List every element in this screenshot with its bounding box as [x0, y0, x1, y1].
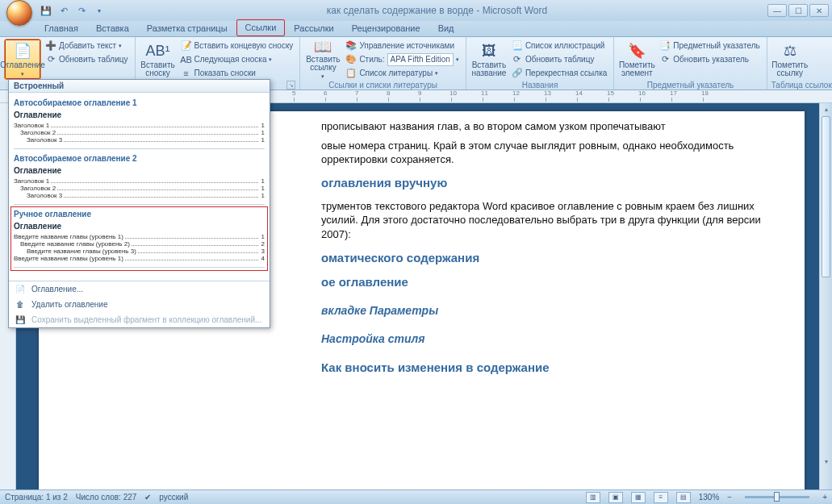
toc-remove-menu-item[interactable]: 🗑Удалить оглавление: [9, 297, 270, 312]
update-icon: ⟳: [45, 54, 56, 65]
mark-cite-icon: ⚖: [780, 42, 800, 60]
gallery-title: Автособираемое оглавление 1: [14, 98, 265, 107]
toc-button-label: Оглавление: [0, 61, 45, 69]
qat-dropdown-icon[interactable]: ▾: [92, 3, 107, 18]
doc-heading: Как вносить изменения в содержание: [321, 360, 764, 376]
view-web-button[interactable]: ▦: [631, 492, 646, 503]
toc-gallery-manual[interactable]: Ручное оглавление Оглавление Введите наз…: [14, 210, 265, 268]
tab-Рецензирование[interactable]: Рецензирование: [343, 20, 429, 36]
citation-icon: 📖: [313, 40, 332, 54]
tab-Главная[interactable]: Главная: [36, 20, 87, 36]
preview-title: Оглавление: [14, 222, 265, 231]
crossref-icon: 🔗: [512, 68, 523, 79]
status-zoom[interactable]: 130%: [699, 493, 720, 502]
save-icon[interactable]: 💾: [39, 3, 53, 18]
tab-Вид[interactable]: Вид: [429, 20, 463, 36]
doc-subheading: вкладке Параметры: [321, 303, 764, 319]
caption-icon: 🖼: [479, 42, 499, 60]
update-icon: ⟳: [659, 54, 671, 65]
view-print-layout-button[interactable]: ▥: [586, 492, 600, 503]
redo-icon[interactable]: ↷: [74, 3, 89, 18]
spelling-icon[interactable]: ✔: [144, 493, 151, 502]
preview-title: Оглавление: [14, 166, 265, 175]
add-text-button[interactable]: ➕Добавить текст ▾: [43, 39, 131, 52]
mark-icon: 🔖: [627, 42, 646, 60]
gallery-title: Ручное оглавление: [14, 210, 265, 219]
manage-sources-button[interactable]: 📚Управление источниками: [343, 39, 462, 52]
undo-icon[interactable]: ↶: [56, 3, 71, 18]
endnote-icon: 📝: [181, 40, 192, 52]
doc-heading: оглавления вручную: [321, 175, 764, 191]
minimize-button[interactable]: —: [767, 4, 787, 17]
footnote-icon: AB¹: [148, 42, 168, 60]
cross-reference-button[interactable]: 🔗Перекрестная ссылка: [509, 66, 609, 80]
zoom-out-button[interactable]: −: [727, 493, 732, 502]
view-draft-button[interactable]: ▤: [676, 492, 691, 503]
maximize-button[interactable]: ☐: [788, 4, 808, 17]
ribbon-group-authorities: ⚖ Пометить ссылку Таблица ссылок: [767, 37, 832, 90]
index-icon: 📑: [659, 40, 671, 52]
delete-icon: 🗑: [14, 300, 27, 309]
bibliography-button[interactable]: 📋Список литературы ▾: [343, 66, 462, 80]
tab-Ссылки[interactable]: Ссылки: [236, 19, 286, 36]
office-button[interactable]: [6, 0, 32, 26]
status-language[interactable]: русский: [159, 493, 188, 502]
next-footnote-button[interactable]: ABСледующая сноска ▾: [178, 52, 296, 66]
view-full-screen-button[interactable]: ▣: [608, 492, 623, 503]
doc-heading: оматического содержания: [321, 250, 764, 266]
status-page[interactable]: Страница: 1 из 2: [5, 493, 68, 502]
chevron-down-icon: ▾: [21, 71, 24, 77]
close-button[interactable]: ✕: [809, 4, 829, 17]
status-bar: Страница: 1 из 2 Число слов: 227 ✔ русск…: [0, 489, 832, 504]
ribbon-group-citations: 📖 Вставить ссылку ▾ 📚Управление источник…: [300, 37, 466, 90]
sources-icon: 📚: [345, 40, 357, 52]
ribbon-tabs: ГлавнаяВставкаРазметка страницыСсылкиРас…: [0, 21, 832, 37]
mark-entry-button[interactable]: 🔖 Пометить элемент: [618, 39, 655, 80]
scroll-up-icon[interactable]: ▴: [820, 103, 832, 115]
scroll-thumb[interactable]: [822, 116, 830, 277]
show-notes-icon: ≡: [181, 68, 192, 79]
show-footnotes-button[interactable]: ≡Показать сноски: [178, 66, 296, 80]
mark-citation-button[interactable]: ⚖ Пометить ссылку: [771, 39, 809, 80]
ribbon-group-label: Названия: [470, 80, 609, 90]
doc-subheading: Настройка стиля: [321, 331, 764, 347]
save-small-icon: 💾: [14, 315, 27, 324]
zoom-thumb[interactable]: [774, 492, 780, 502]
status-words[interactable]: Число слов: 227: [76, 493, 137, 502]
citation-style-combo[interactable]: 🎨Стиль: APA Fifth Edition▾: [343, 52, 462, 66]
insert-index-button[interactable]: 📑Предметный указатель: [657, 39, 762, 52]
insert-endnote-button[interactable]: 📝Вставить концевую сноску: [178, 39, 296, 52]
window-title: как сделать содержание в ворде - Microso…: [107, 5, 767, 16]
insert-caption-button[interactable]: 🖼 Вставить название: [470, 39, 508, 80]
doc-text: трументов текстового редактора Word крас…: [321, 199, 764, 242]
toc-gallery-auto2[interactable]: Автособираемое оглавление 2 Оглавление З…: [14, 154, 265, 205]
doc-text: овые номера страниц. Край в этом случае …: [321, 139, 764, 167]
preview-title: Оглавление: [14, 110, 265, 119]
scroll-down-icon[interactable]: ▾: [820, 456, 832, 467]
zoom-in-button[interactable]: +: [822, 493, 827, 502]
update-captions-button[interactable]: ⟳Обновить таблицу: [509, 52, 609, 66]
ribbon-group-index: 🔖 Пометить элемент 📑Предметный указатель…: [614, 37, 767, 90]
tab-Разметка страницы[interactable]: Разметка страницы: [138, 20, 236, 36]
view-outline-button[interactable]: ≡: [654, 492, 668, 503]
chevron-down-icon: ▾: [321, 73, 324, 79]
toc-icon: 📄: [13, 42, 32, 60]
toc-dropdown-header: Встроенный: [9, 80, 270, 93]
insert-citation-button[interactable]: 📖 Вставить ссылку ▾: [304, 39, 341, 80]
toc-button[interactable]: 📄 Оглавление ▾: [4, 39, 41, 80]
tab-Рассылки[interactable]: Рассылки: [285, 20, 342, 36]
update-toc-button[interactable]: ⟳Обновить таблицу: [43, 52, 131, 66]
toc-dropdown: Встроенный Автособираемое оглавление 1 О…: [8, 79, 270, 328]
toc-gallery-auto1[interactable]: Автособираемое оглавление 1 Оглавление З…: [14, 98, 265, 149]
dialog-launcher-icon[interactable]: ↘: [286, 81, 295, 90]
insert-footnote-button[interactable]: AB¹ Вставить сноску: [140, 39, 177, 80]
zoom-slider[interactable]: [745, 496, 809, 498]
tab-Вставка[interactable]: Вставка: [87, 20, 138, 36]
update-icon: ⟳: [512, 54, 523, 65]
doc-text: прописывают названия глав, а во втором с…: [321, 119, 764, 134]
toc-insert-menu-item[interactable]: 📄Оглавление...: [9, 281, 270, 297]
update-index-button[interactable]: ⟳Обновить указатель: [657, 52, 762, 66]
vertical-scrollbar[interactable]: ▴ ▾: [819, 103, 832, 489]
add-text-icon: ➕: [45, 40, 56, 52]
figures-list-button[interactable]: 📃Список иллюстраций: [509, 39, 609, 52]
